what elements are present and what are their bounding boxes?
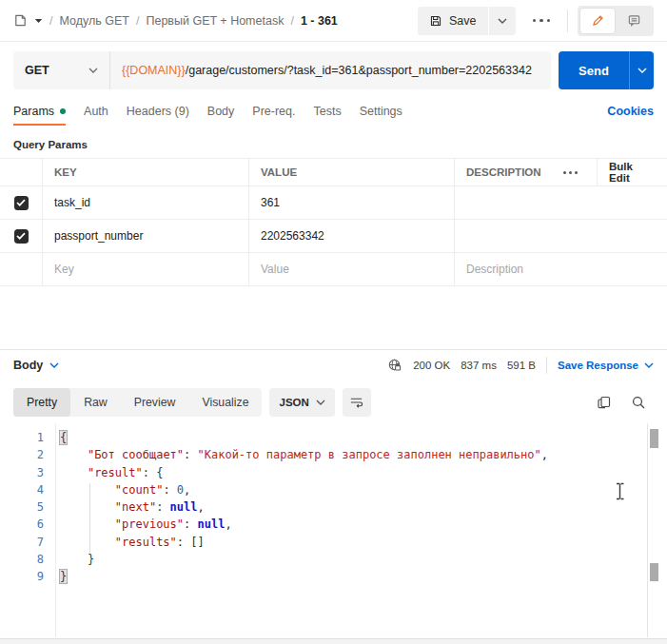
tab-preview[interactable]: Preview (121, 388, 189, 417)
breadcrumb-separator: / (136, 14, 139, 28)
breadcrumb-folder[interactable]: Первый GET + Hometask (146, 14, 284, 28)
chevron-down-icon (638, 68, 647, 73)
bottom-scrollbar[interactable] (0, 638, 667, 644)
response-body-viewer[interactable]: 123456789 { "Бот сообщает": "Какой-то па… (0, 423, 667, 637)
tab-raw[interactable]: Raw (70, 388, 121, 417)
response-toolbar: Pretty Raw Preview Visualize JSON (0, 381, 667, 423)
response-header: Body 200 OK 837 ms 591 B Save Response (0, 350, 667, 381)
request-header-bar: / Модуль GET / Первый GET + Hometask / 1… (0, 0, 667, 42)
params-more-icon[interactable] (556, 171, 585, 174)
request-file-icon[interactable] (13, 13, 28, 28)
tab-auth-label: Auth (84, 105, 108, 118)
url-domain-variable: {{DOMAIN}} (122, 64, 186, 77)
format-label: JSON (279, 397, 308, 408)
row-checkbox-cell (0, 220, 43, 252)
cookies-link[interactable]: Cookies (607, 105, 654, 118)
text-cursor-ibeam (615, 482, 625, 500)
tab-visualize[interactable]: Visualize (188, 388, 262, 417)
save-options-button[interactable] (489, 7, 516, 35)
save-button-label: Save (449, 14, 477, 28)
row-checkbox-cell (0, 186, 43, 219)
tab-prereq-label: Pre-req. (252, 105, 295, 118)
param-row-passport-number: passport_number 2202563342 (0, 220, 667, 253)
param-value-placeholder[interactable]: Value (249, 253, 455, 285)
row-checkbox-checked[interactable] (14, 229, 29, 244)
param-key-placeholder[interactable]: Key (43, 253, 249, 285)
tab-body-label: Body (207, 105, 235, 118)
tab-settings[interactable]: Settings (360, 97, 402, 126)
vertical-scrollbar-thumb[interactable] (650, 429, 658, 448)
toolbar-divider (567, 10, 568, 32)
tab-pretty[interactable]: Pretty (13, 388, 70, 417)
tab-prereq[interactable]: Pre-req. (252, 97, 295, 126)
description-column-header: DESCRIPTION (455, 159, 598, 185)
param-description-cell[interactable] (455, 186, 667, 219)
response-view-tabs: Pretty Raw Preview Visualize (13, 388, 262, 417)
params-modified-dot (60, 108, 66, 114)
url-path: /garage/customers/?task_id=361&passport_… (186, 64, 532, 77)
params-header-row: KEY VALUE DESCRIPTION Bulk Edit (0, 159, 667, 186)
param-description-cell[interactable] (455, 220, 667, 252)
copy-response-button[interactable] (597, 395, 612, 410)
query-params-title: Query Params (0, 126, 667, 158)
row-checkbox-checked[interactable] (14, 196, 29, 210)
param-row-placeholder: Key Value Description (0, 253, 667, 286)
param-row-task-id: task_id 361 (0, 186, 667, 220)
param-key-cell[interactable]: task_id (43, 186, 249, 219)
chevron-down-icon (644, 362, 654, 368)
edit-mode-button[interactable] (579, 8, 616, 34)
globe-lock-icon (387, 358, 402, 373)
code-lines[interactable]: { "Бот сообщает": "Какой-то параметр в з… (60, 429, 644, 586)
save-floppy-icon (429, 14, 442, 28)
code-gutter: 123456789 (0, 429, 44, 586)
send-options-button[interactable] (629, 51, 654, 89)
response-time[interactable]: 837 ms (461, 360, 497, 371)
tab-headers-label: Headers (9) (127, 105, 189, 118)
breadcrumb-collection[interactable]: Модуль GET (59, 14, 128, 28)
save-response-button[interactable]: Save Response (558, 360, 654, 371)
search-response-button[interactable] (631, 395, 646, 410)
tab-body[interactable]: Body (207, 97, 235, 126)
tab-auth[interactable]: Auth (84, 97, 108, 126)
send-button[interactable]: Send (559, 51, 629, 89)
bulk-edit-label: Bulk Edit (609, 161, 656, 184)
breadcrumb-separator: / (290, 14, 293, 28)
status-badge[interactable]: 200 OK (413, 360, 450, 371)
scrollbar-track (647, 423, 648, 637)
edit-comment-toggle (578, 6, 654, 36)
breadcrumb-request-name[interactable]: 1 - 361 (301, 14, 338, 28)
format-select[interactable]: JSON (269, 388, 334, 417)
description-header-label: DESCRIPTION (466, 166, 541, 178)
response-body-dropdown[interactable]: Body (13, 359, 59, 372)
tab-settings-label: Settings (360, 105, 402, 118)
more-actions-button[interactable] (525, 19, 559, 23)
chevron-down-icon (88, 68, 98, 73)
save-response-label: Save Response (558, 360, 638, 371)
tab-tests[interactable]: Tests (313, 97, 341, 126)
bulk-edit-button[interactable]: Bulk Edit (598, 159, 667, 185)
tab-params-label: Params (13, 105, 54, 118)
comment-icon (627, 13, 641, 28)
tab-params[interactable]: Params (13, 97, 66, 126)
tab-headers[interactable]: Headers (9) (127, 97, 189, 126)
value-column-header: VALUE (249, 159, 455, 185)
caret-down-icon[interactable] (34, 18, 43, 24)
key-column-header: KEY (43, 159, 249, 185)
response-size[interactable]: 591 B (507, 360, 536, 371)
pencil-icon (591, 13, 605, 28)
comment-button[interactable] (616, 8, 652, 34)
send-split-button: Send (559, 51, 654, 89)
param-description-placeholder[interactable]: Description (455, 253, 667, 285)
scroll-marker[interactable] (650, 563, 658, 581)
search-icon (631, 395, 646, 410)
url-input[interactable]: {{DOMAIN}}/garage/customers/?task_id=361… (110, 51, 551, 89)
method-select[interactable]: GET (13, 51, 110, 89)
save-button[interactable]: Save (418, 7, 488, 35)
param-value-cell[interactable]: 361 (249, 186, 455, 219)
param-key-cell[interactable]: passport_number (43, 220, 249, 252)
request-tabs: Params Auth Headers (9) Body Pre-req. Te… (0, 97, 667, 126)
wrap-text-button[interactable] (343, 388, 371, 417)
param-value-cell[interactable]: 2202563342 (249, 220, 455, 252)
chevron-down-icon (316, 400, 325, 405)
copy-icon (597, 395, 612, 410)
